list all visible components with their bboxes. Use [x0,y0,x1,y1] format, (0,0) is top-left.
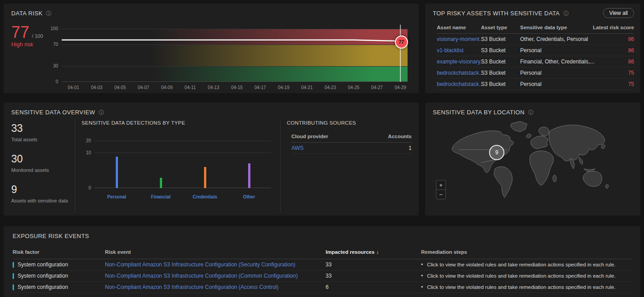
detections-chart-title: SENSITIVE DATA DETECTIONS BY TYPE [82,120,185,126]
sensitive-data-type-cell: Personal [520,70,592,76]
table-row: bedrockchatstack...S3 BucketPersonal75 [437,79,634,90]
table-row: visionary-moment...S3 BucketOther, Crede… [437,34,634,45]
col-latest-risk-score: Latest risk score [592,25,634,30]
risk-event-link[interactable]: Non-Compliant Amazon S3 Infrastructure C… [105,284,326,290]
risk-score-max: / 100 [32,33,43,40]
sensitive-data-type-cell: Personal [520,47,592,54]
asset-name-link[interactable]: bedrockchatstack... [437,81,481,87]
risk-factor-cell: System configuration [13,261,105,268]
overview-stat: 30Monitored assets [11,154,49,173]
col-remediation-steps[interactable]: Remediation steps [421,249,631,255]
x-axis-tick: 04-05 [109,85,131,90]
y-axis-tick: 0 [43,79,58,84]
col-risk-factor[interactable]: Risk factor [13,249,105,255]
exposure-table-header: Risk factor Risk event Impacted resource… [13,245,631,259]
stat-value: 33 [11,123,37,134]
x-axis-tick: 04-23 [319,85,341,90]
risk-severity-label: High risk [11,41,33,48]
cloud-provider-link[interactable]: AWS [291,145,380,151]
table-row: v1-blacklistS3 BucketPersonal86 [437,45,634,56]
asset-type-cell: S3 Bucket [481,58,520,65]
remediation-cell: •Click to view the violated rules and ta… [421,284,631,290]
info-icon[interactable]: ⓘ [563,11,569,16]
accounts-cell: 1 [380,145,412,151]
remediation-text: Click to view the violated rules and tak… [427,273,616,279]
sensitive-data-type-cell: Personal [520,81,592,87]
contributing-sources-table: Cloud provider Accounts AWS1 [291,130,412,154]
risk-event-link[interactable]: Non-Compliant Amazon S3 Infrastructure C… [105,261,326,268]
bar-category-label[interactable]: Financial [138,194,183,199]
sensitive-data-type-cell: Financial, Other, Credentials,... [520,58,592,65]
map-zoom-controls: + − [436,180,446,199]
sort-desc-icon: ↓ [376,249,379,255]
table-row: System configurationNon-Compliant Amazon… [13,259,631,270]
sensitive-data-type-cell: Other, Credentials, Personal [520,36,592,42]
risk-score-cell: 75 [592,81,634,87]
top-risky-assets-panel: TOP RISKY ASSETS WITH SENSITIVE DATA ⓘ V… [425,4,640,93]
remediation-cell: •Click to view the violated rules and ta… [421,273,631,279]
info-icon[interactable]: ⓘ [528,110,534,115]
col-impacted-resources[interactable]: Impacted resources↓ [326,249,421,255]
bar-other[interactable] [248,163,250,188]
bar-personal[interactable] [116,157,118,188]
overview-stat: 9Assets with sensitive data [11,184,68,203]
table-row: System configurationNon-Compliant Amazon… [13,270,631,282]
impacted-resources-cell: 33 [326,261,421,268]
col-sensitive-data-type: Sensitive data type [520,25,592,30]
risk-score-marker[interactable]: 77 [395,36,408,49]
impacted-resources-cell: 33 [326,273,421,279]
zoom-out-button[interactable]: − [436,189,446,199]
table-row: example-visionary...S3 BucketFinancial, … [437,56,634,68]
bar-category-label[interactable]: Credentials [182,194,227,199]
asset-name-link[interactable]: v1-blacklist [437,47,481,54]
risk-score-cell: 86 [592,58,634,65]
exposure-risk-events-table: Risk factor Risk event Impacted resource… [13,245,631,293]
asset-name-link[interactable]: visionary-moment... [437,36,481,42]
asset-type-cell: S3 Bucket [481,36,520,42]
risk-event-link[interactable]: Non-Compliant Amazon S3 Infrastructure C… [105,273,326,279]
x-axis-tick: 04-21 [296,85,318,90]
risk-score-cell: 75 [592,70,634,76]
x-axis-tick: 04-15 [226,85,248,90]
bullet-icon: • [421,273,423,279]
bullet-icon: • [421,284,423,290]
gridline [95,153,271,153]
x-axis-tick: 04-19 [273,85,295,90]
stat-label: Total assets [11,137,37,142]
overview-stat: 33Total assets [11,123,37,142]
x-axis-tick: 04-17 [249,85,271,90]
gridline [95,188,271,188]
world-map[interactable]: 9 [443,117,623,200]
sensitive-data-by-location-panel: SENSITIVE DATA BY LOCATION ⓘ [425,103,640,216]
col-risk-event[interactable]: Risk event [105,249,326,255]
risk-score: 77 / 100 [11,25,43,40]
asset-name-link[interactable]: example-visionary... [437,58,481,65]
map-cluster-marker[interactable]: 9 [489,145,504,160]
risk-factor-color-bar [13,262,14,268]
zoom-in-button[interactable]: + [436,180,446,190]
data-risk-title: DATA RISK [11,10,43,17]
bar-financial[interactable] [160,178,162,188]
divider [75,119,75,213]
info-icon[interactable]: ⓘ [99,110,104,115]
x-axis-tick: 04-25 [343,85,364,90]
table-row: AWS1 [291,143,412,154]
bar-category-label[interactable]: Personal [94,194,139,199]
plus-icon: + [439,182,443,188]
contributing-sources-header: Cloud provider Accounts [291,130,412,143]
asset-name-link[interactable]: bedrockchatstack... [437,70,481,76]
remediation-text: Click to view the violated rules and tak… [427,284,616,290]
view-all-button[interactable]: View all [603,8,634,18]
col-asset-name: Asset name [437,25,481,30]
gridline [95,141,271,141]
world-map-svg [443,117,623,200]
risk-factor-cell: System configuration [13,284,105,290]
divider [280,119,281,213]
risk-factor-color-bar [13,284,14,290]
bar-credentials[interactable] [204,167,206,188]
info-icon[interactable]: ⓘ [46,11,52,16]
bar-category-label[interactable]: Other [227,194,272,199]
y-axis-tick: 70 [43,42,58,47]
exposure-risk-events-panel: EXPOSURE RISK EVENTS Risk factor Risk ev… [4,226,640,297]
risky-assets-table-header: Asset name Asset type Sensitive data typ… [437,22,634,34]
